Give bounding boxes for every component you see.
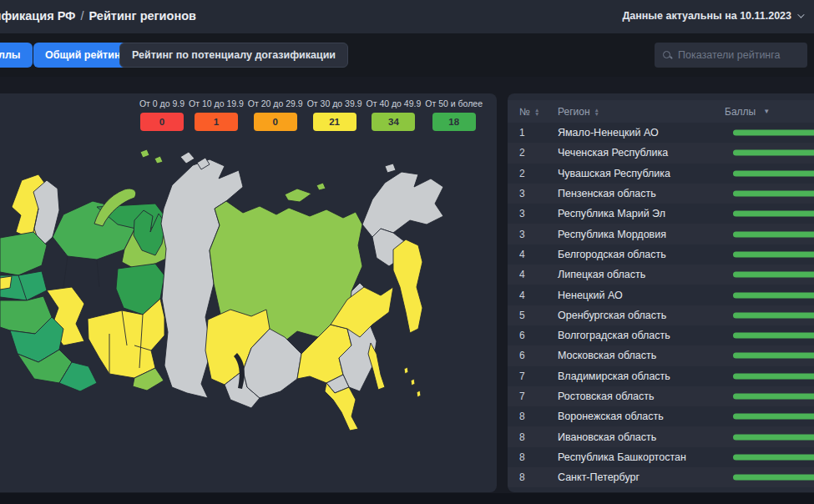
rank-cell: 8 [519,451,558,463]
region-cell: Ямало-Ненецкий АО [558,127,725,139]
table-header: № ▲▼ Регион ▲▼ Баллы ▼ [508,100,814,123]
score-bar-cell [725,285,814,305]
table-row[interactable]: 3Республика Мордовия [508,224,814,244]
score-bar-cell [725,204,814,224]
region-cell: Ивановская область [558,431,725,443]
rank-cell: 8 [519,431,558,443]
region-cell: Чувашская Республика [558,168,725,179]
table-row[interactable]: 2Чувашская Республика [508,164,814,184]
table-row[interactable]: 8Санкт-Петербург [508,467,814,487]
table-row[interactable]: 5Оренбургская область [508,305,814,325]
map-region[interactable] [362,172,443,237]
potential-rating-tab-button[interactable]: Рейтинг по потенциалу догазификации [119,43,348,68]
table-row[interactable]: 1Ямало-Ненецкий АО [508,123,814,143]
rank-cell: 4 [519,290,558,301]
table-row[interactable]: 4Белгородская область [508,244,814,265]
score-bar [733,272,814,278]
score-bar-cell [725,224,814,244]
region-cell: Воронежская область [558,411,725,422]
map-region[interactable] [404,367,408,374]
score-bar [733,333,814,339]
score-bar-cell [725,386,814,406]
rating-table-panel: № ▲▼ Регион ▲▼ Баллы ▼ 1Ямало-Ненецкий А… [508,93,814,492]
search-input[interactable] [678,49,799,61]
rank-cell: 5 [519,310,558,321]
breadcrumb-app-title[interactable]: Газификация РФ [0,9,76,23]
sort-icon: ▲▼ [534,108,539,116]
score-bar-cell [725,325,814,345]
map-region[interactable] [316,183,326,190]
scores-tab-button[interactable]: Баллы [0,43,33,68]
map-panel: От 0 до 9.90От 10 до 19.91От 20 до 29.90… [0,93,497,492]
map-region[interactable] [140,149,149,158]
score-bar [733,475,814,481]
score-bar-cell [725,143,814,163]
data-date-dropdown[interactable]: Данные актуальны на 10.11.2023 [622,10,802,22]
score-bar-cell [725,345,814,365]
table-row[interactable]: 8Республика Башкортостан [508,447,814,467]
rank-cell: 1 [519,127,558,139]
rank-cell: 4 [519,249,558,260]
region-cell: Санкт-Петербург [558,471,725,483]
score-bar-cell [725,164,814,184]
map-region[interactable] [325,383,358,431]
chevron-down-icon [797,11,804,18]
table-body: 1Ямало-Ненецкий АО2Чеченская Республика2… [508,123,814,487]
app-header: Газификация РФ/Рейтинг регионов Данные а… [0,0,814,33]
region-cell: Республика Башкортостан [558,451,725,463]
toolbar: Баллы Общий рейтинг Рейтинг по потенциал… [0,33,814,77]
table-row[interactable]: 4Ненецкий АО [508,285,814,305]
region-cell: Республика Мордовия [558,229,725,240]
score-bar-cell [725,265,814,285]
rank-cell: 6 [519,330,558,341]
map-region[interactable] [0,276,12,290]
score-bar [733,211,814,217]
rank-cell: 4 [519,269,558,280]
table-row[interactable]: 6Московская область [508,345,814,365]
breadcrumb: Газификация РФ/Рейтинг регионов [0,9,196,23]
score-bar-cell [725,447,814,467]
rank-cell: 3 [519,229,558,240]
table-row[interactable]: 7Ростовская область [508,386,814,406]
rank-cell: 7 [519,391,558,402]
region-cell: Пензенская область [558,188,725,199]
page-title: Рейтинг регионов [89,9,196,23]
region-cell: Ростовская область [558,391,725,402]
rank-cell: 8 [519,411,558,422]
column-header-num[interactable]: № ▲▼ [519,106,558,118]
score-bar-cell [725,123,814,143]
column-header-score[interactable]: Баллы ▼ [725,106,814,118]
score-bar [733,150,814,156]
chevron-down-icon: ▼ [763,108,770,115]
score-bar-cell [725,467,814,487]
table-row[interactable]: 8Ивановская область [508,426,814,446]
map-region[interactable] [0,232,47,275]
region-cell: Волгоградская область [558,330,725,341]
map-region[interactable] [417,391,421,397]
search-icon [663,51,672,60]
map-region[interactable] [385,164,396,173]
map-region[interactable] [411,379,415,386]
table-row[interactable]: 3Республика Марий Эл [508,204,814,224]
table-row[interactable]: 6Волгоградская область [508,325,814,345]
table-row[interactable]: 8Воронежская область [508,406,814,426]
map-region[interactable] [393,239,422,333]
score-bar [733,251,814,257]
score-bar [733,373,814,379]
score-bar [733,434,814,440]
map-region[interactable] [180,152,195,164]
score-bar [733,312,814,318]
score-bar-cell [725,184,814,204]
map-region[interactable] [154,156,163,164]
rank-cell: 2 [519,147,558,159]
table-row[interactable]: 4Липецкая область [508,265,814,285]
breadcrumb-separator: / [81,9,84,23]
region-cell: Чеченская Республика [558,147,725,159]
table-row[interactable]: 2Чеченская Республика [508,143,814,163]
column-header-region[interactable]: Регион ▲▼ [558,106,725,118]
russia-map[interactable] [0,93,497,492]
table-row[interactable]: 7Владимирская область [508,366,814,386]
table-row[interactable]: 3Пензенская область [508,184,814,204]
rating-indicators-search[interactable] [655,43,807,68]
map-region[interactable] [285,189,311,202]
